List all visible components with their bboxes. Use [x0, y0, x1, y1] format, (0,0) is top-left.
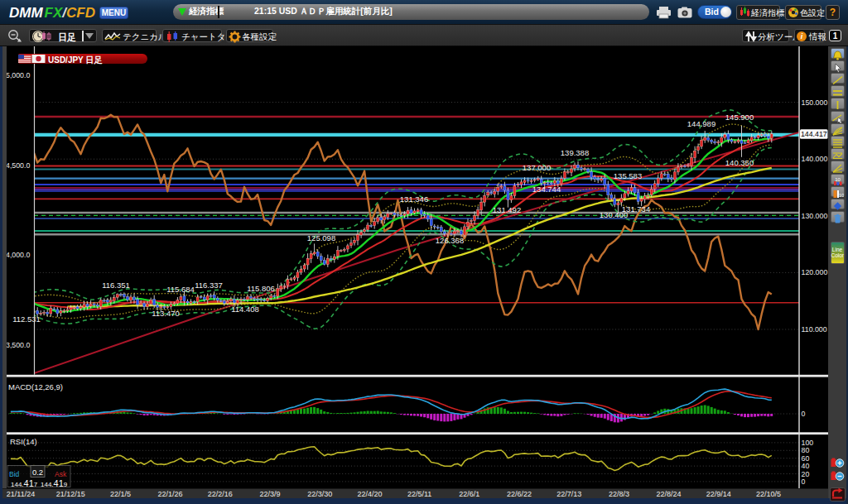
svg-text:130.000: 130.000 — [802, 212, 828, 220]
svg-text:131.346: 131.346 — [400, 194, 428, 204]
svg-text:22/7/13: 22/7/13 — [556, 490, 581, 498]
svg-text:145.900: 145.900 — [725, 113, 754, 122]
svg-text:22/10/5: 22/10/5 — [756, 490, 781, 498]
svg-text:112.531: 112.531 — [12, 314, 41, 324]
svg-text:125.098: 125.098 — [307, 233, 335, 242]
svg-text:22/6/22: 22/6/22 — [507, 490, 532, 498]
svg-text:22/3/30: 22/3/30 — [307, 490, 332, 498]
svg-text:150.000: 150.000 — [802, 98, 828, 107]
svg-text:115.684: 115.684 — [166, 285, 195, 294]
svg-text:110.000: 110.000 — [802, 325, 827, 334]
svg-text:135.583: 135.583 — [614, 171, 642, 180]
svg-text:116.351: 116.351 — [102, 281, 130, 290]
svg-text:140.350: 140.350 — [725, 158, 754, 167]
svg-text:10: 10 — [838, 193, 843, 198]
svg-text:Ask: Ask — [55, 470, 67, 478]
svg-text:0: 0 — [802, 478, 806, 486]
svg-text:113.470: 113.470 — [152, 309, 180, 318]
svg-text:137.000: 137.000 — [523, 163, 551, 172]
svg-text:131.492: 131.492 — [493, 205, 521, 214]
svg-text:0.2: 0.2 — [32, 468, 43, 477]
svg-text:22/6/1: 22/6/1 — [459, 490, 479, 498]
svg-text:21/11/24: 21/11/24 — [7, 490, 35, 498]
svg-text:22/1/5: 22/1/5 — [110, 490, 131, 498]
svg-text:21/12/15: 21/12/15 — [56, 490, 85, 498]
svg-text:22/2/16: 22/2/16 — [208, 490, 233, 498]
svg-text:MACD(12,26,9): MACD(12,26,9) — [8, 382, 63, 391]
svg-text:116.337: 116.337 — [195, 281, 223, 290]
svg-text:22/4/20: 22/4/20 — [357, 490, 382, 498]
svg-text:RSI(14): RSI(14) — [10, 437, 37, 446]
svg-text:114.408: 114.408 — [231, 305, 259, 314]
svg-text:22/8/3: 22/8/3 — [609, 490, 629, 498]
svg-text:22/1/26: 22/1/26 — [158, 490, 183, 498]
svg-text:131.734: 131.734 — [622, 204, 650, 214]
svg-text:22/3/9: 22/3/9 — [259, 490, 280, 498]
svg-text:4,500.0: 4,500.0 — [6, 161, 30, 170]
svg-text:134.744: 134.744 — [532, 185, 561, 194]
svg-text:22/5/11: 22/5/11 — [407, 490, 431, 498]
svg-text:140.000: 140.000 — [802, 155, 828, 163]
svg-text:22/9/14: 22/9/14 — [706, 490, 731, 498]
svg-text:3,500.0: 3,500.0 — [6, 341, 30, 349]
svg-text:22/8/24: 22/8/24 — [657, 490, 682, 498]
svg-text:139.388: 139.388 — [561, 148, 589, 157]
svg-text:5,000.0: 5,000.0 — [6, 71, 30, 79]
svg-text:144.417: 144.417 — [801, 130, 827, 138]
svg-text:0: 0 — [802, 410, 806, 418]
svg-text:Bid: Bid — [9, 470, 20, 478]
svg-text:120.000: 120.000 — [802, 268, 828, 276]
svg-text:4,000.0: 4,000.0 — [6, 251, 30, 259]
svg-text:126.368: 126.368 — [436, 236, 464, 245]
svg-text:10: 10 — [835, 176, 841, 181]
svg-text:115.806: 115.806 — [247, 284, 275, 293]
svg-text:144.989: 144.989 — [687, 119, 716, 128]
